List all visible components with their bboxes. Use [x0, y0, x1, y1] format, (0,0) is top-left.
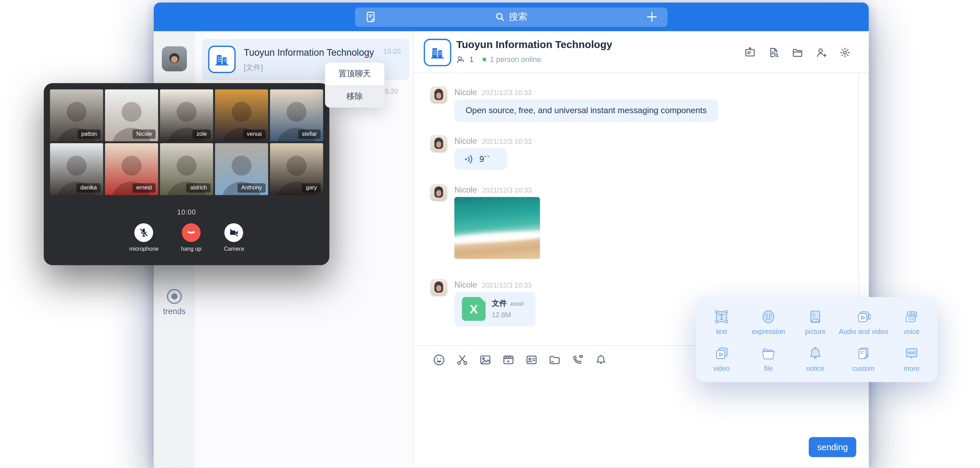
panel-item-expression[interactable]: expression: [745, 303, 792, 340]
text-bubble[interactable]: Open source, free, and universal instant…: [455, 100, 718, 122]
conversation-context-menu: 置顶聊天 移除: [325, 63, 385, 108]
search-input[interactable]: 搜索: [378, 11, 645, 22]
chat-subtitle: 1 1 person online: [456, 55, 541, 64]
menu-item-remove[interactable]: 移除: [325, 85, 385, 108]
member-count: 1: [469, 55, 474, 64]
chat-history-search-icon[interactable]: [767, 46, 780, 59]
file-folder-icon: [760, 345, 777, 362]
notification-bell-icon[interactable]: [594, 353, 608, 367]
participant-name: Nicole: [133, 129, 156, 139]
sender-avatar[interactable]: [430, 279, 447, 296]
panel-item-more[interactable]: more: [888, 340, 935, 377]
participant-name: danika: [76, 183, 100, 193]
panel-item-file[interactable]: file: [745, 340, 792, 377]
panel-label: voice: [904, 327, 920, 335]
sender-avatar[interactable]: [430, 86, 447, 104]
video-tile[interactable]: gary: [270, 143, 323, 195]
video-tile[interactable]: Nicole: [105, 89, 158, 141]
camera-muted-icon[interactable]: [224, 223, 243, 242]
video-tile[interactable]: venus: [215, 89, 268, 141]
video-message-icon: [713, 345, 730, 362]
panel-item-audio-video[interactable]: Audio and video: [839, 303, 888, 340]
page: 搜索 trends: [0, 0, 980, 468]
conversation-preview: [文件]: [243, 63, 263, 73]
participant-name: venus: [243, 129, 266, 139]
send-button[interactable]: sending: [809, 437, 856, 457]
rail-item-trends[interactable]: trends: [154, 289, 195, 316]
hang-up-icon[interactable]: [182, 223, 201, 242]
search-icon: [495, 12, 505, 22]
group-avatar: [208, 46, 235, 73]
microphone-label: microphone: [129, 246, 158, 252]
search-bar[interactable]: 搜索: [355, 7, 668, 27]
chat-panel: Tuoyun Information Technology 1 1 person…: [414, 31, 869, 468]
contacts-icon[interactable]: [364, 10, 378, 24]
video-tile[interactable]: zole: [160, 89, 213, 141]
file-name: 文件: [492, 299, 507, 307]
panel-item-notice[interactable]: notice: [792, 340, 839, 377]
chat-title: Tuoyun Information Technology: [456, 39, 612, 51]
participant-name: aldrich: [186, 183, 210, 193]
video-tile[interactable]: aldrich: [160, 143, 213, 195]
video-call-window: patton Nicole zole venus stellar: [44, 83, 329, 265]
panel-item-text[interactable]: text: [698, 303, 745, 340]
panel-item-video[interactable]: video: [698, 340, 745, 377]
custom-message-icon: [855, 345, 872, 362]
voice-bubble[interactable]: 9``: [455, 149, 507, 170]
hang-up-label: hang up: [181, 246, 201, 252]
call-timer: 10:00: [44, 208, 329, 216]
microphone-muted-icon[interactable]: [135, 223, 153, 242]
plus-icon[interactable]: [645, 10, 659, 24]
avatar-silhouette: [162, 49, 187, 71]
group-avatar: [424, 39, 451, 66]
picture-icon: [807, 308, 824, 325]
sender-name: Nicole: [455, 185, 477, 195]
panel-label: more: [904, 364, 920, 372]
participant-name: ernest: [133, 183, 156, 193]
menu-item-pin-chat[interactable]: 置顶聊天: [325, 63, 385, 85]
folder-icon[interactable]: [548, 353, 562, 367]
panel-item-picture[interactable]: picture: [792, 303, 839, 340]
image-icon[interactable]: [479, 353, 492, 367]
sender-name: Nicole: [455, 88, 477, 97]
message-time: 2021/12/3 10:33: [482, 186, 532, 194]
panel-label: picture: [805, 327, 826, 335]
screenshot-scissors-icon[interactable]: [455, 353, 469, 367]
microphone-control[interactable]: microphone: [129, 223, 158, 252]
text-icon: [713, 308, 730, 325]
image-attachment[interactable]: [455, 197, 540, 259]
camera-control[interactable]: Camera: [224, 223, 243, 252]
user-avatar[interactable]: [162, 46, 187, 71]
add-member-icon[interactable]: [815, 46, 827, 59]
video-clip-icon[interactable]: [502, 353, 515, 367]
participant-name: gary: [302, 183, 321, 193]
video-tile[interactable]: Anthony: [215, 143, 268, 195]
panel-item-voice[interactable]: voice: [888, 303, 935, 340]
contact-card-icon[interactable]: [525, 353, 538, 367]
panel-item-custom[interactable]: custom: [839, 340, 888, 377]
file-extension: .excel: [509, 301, 523, 307]
header-actions: [744, 46, 851, 59]
files-icon[interactable]: [791, 46, 804, 59]
hang-up-control[interactable]: hang up: [181, 223, 201, 252]
announcement-icon[interactable]: [744, 46, 756, 59]
settings-gear-icon[interactable]: [839, 46, 851, 59]
excel-file-icon: X: [462, 297, 485, 321]
video-tile[interactable]: stellar: [270, 89, 323, 141]
message-type-panel: text expression picture: [696, 297, 937, 382]
emoji-icon[interactable]: [433, 353, 446, 367]
video-tile[interactable]: patton: [50, 89, 103, 141]
panel-label: Audio and video: [839, 327, 888, 335]
panel-label: custom: [852, 364, 875, 372]
call-icon[interactable]: [571, 353, 584, 367]
video-tile[interactable]: danika: [50, 143, 103, 195]
voice-icon: [903, 308, 920, 325]
sender-avatar[interactable]: [430, 135, 447, 153]
file-size: 12.8M: [492, 311, 511, 319]
file-attachment[interactable]: X 文件 .excel 12.8M: [455, 292, 536, 327]
video-tile[interactable]: ernest: [105, 143, 158, 195]
message-time: 2021/12/3 10:33: [482, 137, 532, 145]
audio-video-icon: [855, 308, 872, 325]
online-dot: [482, 58, 486, 61]
sender-avatar[interactable]: [430, 184, 447, 201]
